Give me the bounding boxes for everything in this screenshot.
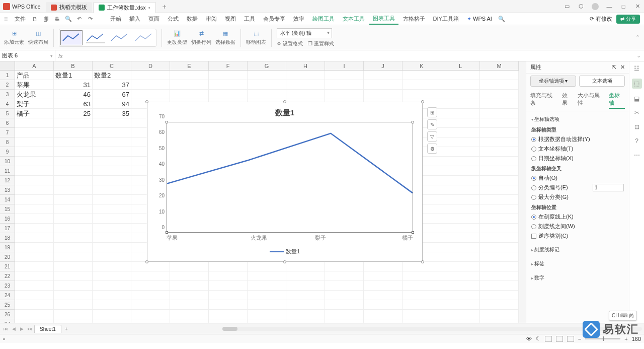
resize-handle[interactable] <box>283 260 286 263</box>
cell[interactable] <box>93 262 131 271</box>
sheet-nav-first[interactable]: ⏮ <box>2 326 9 331</box>
cell[interactable] <box>325 300 364 310</box>
row-header[interactable]: 6 <box>0 118 15 128</box>
cell[interactable] <box>441 99 480 109</box>
col-header[interactable]: E <box>170 61 209 70</box>
cell[interactable]: 火龙果 <box>15 90 54 99</box>
cell[interactable] <box>441 262 480 271</box>
cell[interactable] <box>170 271 209 281</box>
cell[interactable]: 数量2 <box>93 71 131 80</box>
cell[interactable] <box>441 195 480 204</box>
cell[interactable] <box>170 71 209 80</box>
share-button[interactable]: ⇄ 分享 <box>616 15 640 24</box>
doc-tab-workbook[interactable]: 工作簿数量.xlsx • <box>93 2 156 13</box>
zoom-slider[interactable] <box>585 338 620 339</box>
preset-4[interactable] <box>133 30 155 45</box>
resize-handle[interactable] <box>283 100 286 103</box>
new-tab-button[interactable]: + <box>160 2 169 11</box>
cell[interactable] <box>480 195 519 204</box>
cell[interactable] <box>286 291 325 300</box>
cell[interactable] <box>15 319 54 323</box>
menu-drawtools[interactable]: 绘图工具 <box>309 14 338 24</box>
formula-expand-icon[interactable]: ⌄ <box>633 52 644 59</box>
formula-input[interactable] <box>66 50 633 61</box>
cell[interactable] <box>131 271 170 281</box>
row-header[interactable]: 27 <box>0 319 15 323</box>
cell[interactable] <box>93 204 131 214</box>
cell[interactable] <box>54 137 93 147</box>
cell[interactable]: 橘子 <box>15 109 54 118</box>
cell[interactable] <box>286 71 325 80</box>
cell[interactable] <box>131 71 170 80</box>
qa-open-icon[interactable]: 🗐 <box>42 15 50 23</box>
sheet-tab[interactable]: Sheet1 <box>34 325 61 333</box>
cell[interactable] <box>54 176 93 185</box>
menu-efficiency[interactable]: 效率 <box>290 14 308 24</box>
cell[interactable] <box>54 118 93 128</box>
cell[interactable] <box>54 214 93 224</box>
cell[interactable] <box>93 310 131 319</box>
section-tick-marks[interactable]: 刻度线标记 <box>531 245 624 255</box>
row-header[interactable]: 22 <box>0 271 15 281</box>
row-header[interactable]: 19 <box>0 243 15 252</box>
row-header[interactable]: 9 <box>0 147 15 157</box>
cell[interactable] <box>325 90 364 99</box>
section-axis-options[interactable]: 坐标轴选项 <box>531 114 624 124</box>
axis-handle[interactable] <box>166 231 168 234</box>
eye-icon[interactable]: 👁 <box>526 336 532 342</box>
cell[interactable] <box>93 157 131 166</box>
row-header[interactable]: 18 <box>0 233 15 243</box>
cell[interactable] <box>364 271 403 281</box>
cell[interactable] <box>131 262 170 271</box>
cell[interactable] <box>480 80 519 90</box>
cell[interactable] <box>480 185 519 195</box>
cell[interactable] <box>54 195 93 204</box>
qa-redo-icon[interactable]: ↷ <box>87 15 95 23</box>
row-header[interactable]: 8 <box>0 137 15 147</box>
cell[interactable] <box>15 233 54 243</box>
cell[interactable] <box>286 262 325 271</box>
cell[interactable] <box>441 176 480 185</box>
cell[interactable] <box>54 271 93 281</box>
cell[interactable] <box>209 281 248 291</box>
cell[interactable] <box>441 118 480 128</box>
rail-icon[interactable]: ✂ <box>633 109 641 117</box>
cell[interactable] <box>403 80 441 90</box>
radio-on-tick[interactable]: 在刻度线上(K) <box>531 212 624 222</box>
file-menu[interactable]: 文件 <box>11 14 29 24</box>
cell[interactable] <box>54 310 93 319</box>
rail-icon[interactable]: ⊡ <box>633 123 641 131</box>
sheet-nav-prev[interactable]: ◀ <box>10 326 17 331</box>
cell[interactable] <box>364 281 403 291</box>
cell[interactable] <box>170 281 209 291</box>
axis-handle[interactable] <box>166 121 168 123</box>
col-header[interactable]: G <box>248 61 286 70</box>
cell[interactable] <box>364 71 403 80</box>
preset-3[interactable] <box>109 30 131 45</box>
subtab-effect[interactable]: 效果 <box>562 91 573 109</box>
cell[interactable] <box>364 90 403 99</box>
cell[interactable] <box>480 118 519 128</box>
cell[interactable] <box>209 262 248 271</box>
cell[interactable] <box>54 262 93 271</box>
row-header[interactable]: 11 <box>0 166 15 176</box>
cell[interactable] <box>248 271 286 281</box>
cell[interactable] <box>15 137 54 147</box>
row-header[interactable]: 21 <box>0 262 15 271</box>
cell[interactable] <box>286 281 325 291</box>
cell[interactable] <box>480 214 519 224</box>
cell[interactable] <box>170 90 209 99</box>
cell[interactable] <box>441 185 480 195</box>
col-header[interactable]: A <box>15 61 54 70</box>
resize-handle[interactable] <box>145 260 148 263</box>
chart-title[interactable]: 数量1 <box>151 108 418 118</box>
cell[interactable] <box>325 71 364 80</box>
cell[interactable] <box>15 118 54 128</box>
swap-rowcol-button[interactable]: ⇄切换行列 <box>191 30 211 46</box>
cell[interactable] <box>131 80 170 90</box>
cell[interactable] <box>15 176 54 185</box>
cell[interactable] <box>480 262 519 271</box>
col-header[interactable]: B <box>54 61 93 70</box>
row-header[interactable]: 20 <box>0 252 15 262</box>
cell[interactable] <box>364 300 403 310</box>
